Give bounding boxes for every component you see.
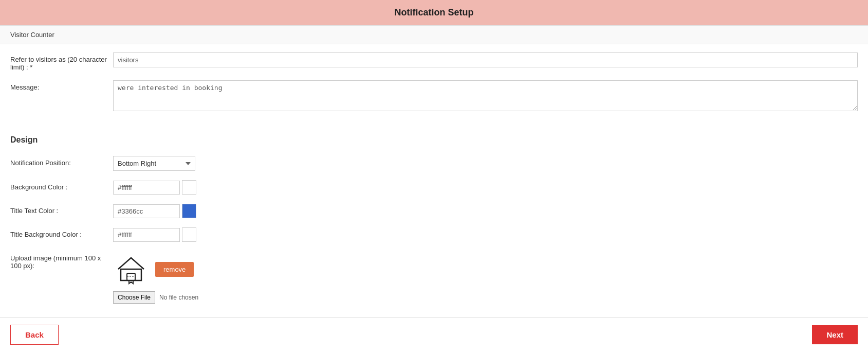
upload-row: Upload image (minimum 100 x 100 px): [10,251,858,304]
title-bg-color-input[interactable] [113,228,180,242]
remove-button[interactable]: remove [155,262,194,277]
message-field: were interested in booking [113,80,858,113]
refer-label: Refer to visitors as (20 character limit… [10,52,113,71]
visitor-counter-section: Visitor Counter [0,25,868,44]
refer-row: Refer to visitors as (20 character limit… [10,52,858,71]
message-row: Message: were interested in booking [10,80,858,113]
title-text-color-input[interactable] [113,204,180,218]
bg-color-swatch[interactable] [182,180,196,195]
footer-buttons: Back Next [0,317,868,352]
bg-color-field [113,180,858,195]
title-text-color-swatch[interactable] [182,204,196,218]
svg-rect-0 [121,269,141,280]
title-text-color-row: Title Text Color : [10,204,858,218]
position-field: Bottom Right Bottom Left Top Right Top L… [113,156,858,171]
bg-color-row: Background Color : [10,180,858,195]
refer-field [113,52,858,67]
refer-input[interactable] [113,52,858,67]
page-title: Notification Setup [0,0,868,25]
title-bg-color-swatch[interactable] [182,227,196,242]
no-file-text: No file chosen [159,294,198,301]
design-section-label: Design [0,130,868,148]
position-select[interactable]: Bottom Right Bottom Left Top Right Top L… [113,156,195,171]
title-bg-color-field [113,227,858,242]
back-button[interactable]: Back [10,325,59,345]
bg-color-label: Background Color : [10,180,113,191]
house-icon [113,251,149,287]
message-label: Message: [10,80,113,91]
title-bg-color-row: Title Background Color : [10,227,858,242]
message-textarea[interactable]: were interested in booking [113,80,858,111]
upload-label: Upload image (minimum 100 x 100 px): [10,251,113,270]
upload-field: remove Choose File No file chosen [113,251,858,304]
position-label: Notification Position: [10,156,113,167]
svg-rect-1 [127,273,135,280]
position-row: Notification Position: Bottom Right Bott… [10,156,858,171]
title-text-color-label: Title Text Color : [10,204,113,215]
bg-color-input[interactable] [113,181,180,195]
title-text-color-field [113,204,858,218]
title-bg-color-label: Title Background Color : [10,227,113,238]
choose-file-button[interactable]: Choose File [113,291,155,304]
next-button[interactable]: Next [812,325,858,344]
